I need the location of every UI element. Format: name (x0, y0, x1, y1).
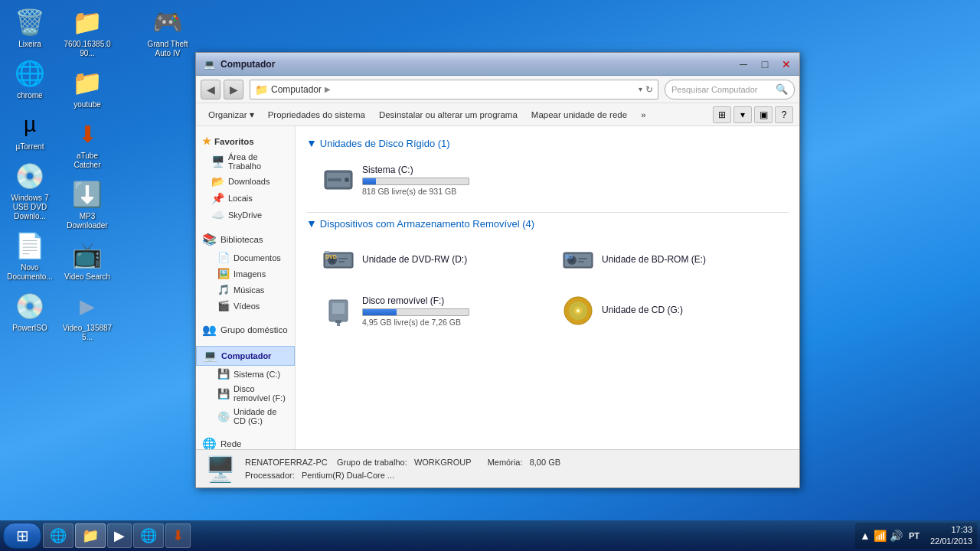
desktop-icon-mp3[interactable]: ⬇️ MP3 Downloader (61, 176, 113, 233)
menu-propriedades[interactable]: Propriedades do sistema (262, 108, 371, 122)
taskbar: ⊞ 🌐 📁 ▶ 🌐 ⬇ ▲ 📶 🔊 PT 17:33 22/01/2013 (0, 520, 980, 551)
view-details-button[interactable]: ▾ (733, 106, 752, 123)
rede-header[interactable]: 🌐 Rede (196, 434, 295, 449)
sidebar-item-area-trabalho[interactable]: 🖥️ Área de Trabalho (196, 150, 295, 173)
desktop-icon-youtube[interactable]: 📁 youtube (61, 64, 113, 112)
clock-date: 22/01/2013 (930, 536, 972, 547)
sidebar-item-videos[interactable]: 🎬 Vídeos (196, 298, 295, 314)
desktop-icon-label: Grand Theft Auto IV (144, 40, 191, 58)
drive-space-sistema-c: 818 GB livre(s) de 931 GB (362, 187, 542, 196)
pc-name: RENATOFERRAZ-PC (245, 458, 328, 467)
hdd-section-title[interactable]: Unidades de Disco Rígido (1) (320, 138, 450, 149)
desktop-icon-chrome[interactable]: 🌐 chrome (4, 55, 56, 103)
section-divider (306, 212, 789, 213)
tray-arrow-icon[interactable]: ▲ (860, 530, 871, 542)
memory-label: Memória: (488, 458, 523, 467)
minimize-button[interactable]: ─ (733, 57, 753, 72)
drive-item-cd-g[interactable]: Unidade de CD (G:) (554, 288, 789, 334)
desktop-icon-video-file[interactable]: ▶ Video_1358875... (61, 288, 113, 344)
svg-rect-20 (332, 303, 345, 314)
desktop-icon-recycle-bin[interactable]: 🗑️ Lixeira (4, 4, 56, 51)
sidebar-item-documentos[interactable]: 📄 Documentos (196, 249, 295, 266)
menu-desinstalar[interactable]: Desinstalar ou alterar um programa (373, 108, 524, 122)
chrome-icon: 🌐 (14, 57, 46, 90)
chrome-taskbar-icon: 🌐 (140, 527, 157, 544)
desktop-icon-utorrent[interactable]: µ µTorrent (4, 106, 56, 154)
taskbar-atube-button[interactable]: ⬇ (165, 523, 191, 548)
preview-pane-button[interactable]: ▣ (754, 106, 773, 123)
drive-item-disco-f[interactable]: Disco removível (F:) 4,95 GB livre(s) de… (314, 288, 549, 334)
computador-label: Computador (221, 351, 271, 360)
menu-bar: Organizar ▾ Propriedades do sistema Desi… (196, 103, 799, 126)
skydrive-icon: ☁️ (211, 209, 224, 221)
help-button[interactable]: ? (775, 106, 793, 123)
view-toggle-button[interactable]: ⊞ (713, 106, 731, 123)
sidebar-item-label: Disco removível (F:) (234, 384, 289, 403)
taskbar-chrome-button[interactable]: 🌐 (133, 523, 164, 548)
content-pane: ▼ Unidades de Disco Rígido (1) (296, 126, 799, 449)
drive-progress-bg (362, 178, 469, 185)
sidebar-item-skydrive[interactable]: ☁️ SkyDrive (196, 207, 295, 223)
bibliotecas-section: 📚 Bibliotecas 📄 Documentos 🖼️ Imagens 🎵 … (196, 230, 295, 314)
desktop-icon-windows7dvd[interactable]: 💿 Windows 7 USB DVD Downlo... (4, 158, 56, 223)
menu-more[interactable]: » (635, 108, 652, 122)
desktop-icon-7600[interactable]: 📁 7600.16385.090... (61, 4, 113, 60)
back-button[interactable]: ◀ (201, 80, 220, 99)
address-bar[interactable]: 📁 Computador ▶ ▾ ↻ (250, 80, 658, 99)
sidebar-item-musicas[interactable]: 🎵 Músicas (196, 282, 295, 298)
drive-name-bd-e: Unidade de BD-ROM (E:) (602, 254, 782, 265)
start-button[interactable]: ⊞ (3, 523, 41, 549)
bibliotecas-header[interactable]: 📚 Bibliotecas (196, 230, 295, 249)
hdd-section-arrow[interactable]: ▼ (306, 137, 317, 149)
address-chevron: ▶ (325, 85, 331, 93)
grupo-domestico-header[interactable]: 👥 Grupo doméstico (196, 320, 295, 340)
desktop-col2: 📁 7600.16385.090... 📁 youtube ⬇ aTube Ca… (61, 4, 113, 344)
maximize-button[interactable]: □ (755, 57, 775, 72)
sidebar-item-downloads[interactable]: 📂 Downloads (196, 173, 295, 190)
sidebar-item-locais[interactable]: 📌 Locais (196, 190, 295, 207)
desktop-icon-video-search[interactable]: 📺 Video Search (61, 236, 113, 284)
title-buttons: ─ □ ✕ (733, 57, 796, 72)
removable-section-title[interactable]: Dispositivos com Armazenamento Removível… (320, 218, 534, 230)
desktop-icon-novo-doc[interactable]: 📄 Novo Documento... (4, 227, 56, 284)
close-button[interactable]: ✕ (776, 57, 796, 72)
address-dropdown-icon[interactable]: ▾ (639, 85, 642, 93)
folder-7600-icon: 📁 (71, 6, 103, 38)
taskbar-media-button[interactable]: ▶ (107, 523, 132, 548)
hdd-drives-grid: Sistema (C:) 818 GB livre(s) de 931 GB (306, 157, 789, 203)
gta-icon: 🎮 (152, 6, 184, 38)
sidebar-item-label: Imagens (234, 269, 266, 279)
search-bar[interactable]: Pesquisar Computador 🔍 (665, 80, 795, 99)
sidebar-item-imagens[interactable]: 🖼️ Imagens (196, 266, 295, 282)
desktop-icon-atube[interactable]: ⬇ aTube Catcher (61, 116, 113, 172)
drive-name-dvd-d: Unidade de DVD-RW (D:) (362, 254, 542, 265)
svg-text:DVD: DVD (325, 254, 337, 259)
window-title: Computador (220, 59, 275, 70)
video-search-icon: 📺 (71, 239, 103, 271)
refresh-icon[interactable]: ↻ (645, 84, 653, 95)
tray-volume-icon[interactable]: 🔊 (890, 530, 903, 542)
forward-button[interactable]: ▶ (224, 80, 243, 99)
desktop-icon-gta[interactable]: 🎮 Grand Theft Auto IV (142, 4, 194, 60)
taskbar-explorer-button[interactable]: 📁 (75, 523, 106, 548)
desktop-icon-poweriso[interactable]: 💿 PowerISO (4, 288, 56, 335)
desktop-icon-label: Video Search (64, 272, 110, 282)
menu-organizar[interactable]: Organizar ▾ (202, 107, 260, 122)
ie-icon: 🌐 (50, 527, 67, 544)
sidebar-item-disco-f[interactable]: 💾 Disco removível (F:) (196, 382, 295, 405)
search-icon[interactable]: 🔍 (776, 83, 788, 95)
desktop-icon-label: Video_1358875... (62, 324, 113, 342)
favoritos-header[interactable]: ★ Favoritos (196, 132, 295, 150)
taskbar-ie-button[interactable]: 🌐 (43, 523, 74, 548)
removable-section-arrow[interactable]: ▼ (306, 217, 317, 230)
drive-item-bd-e[interactable]: BD Unidade de BD-ROM (E:) (554, 237, 789, 283)
sidebar-item-sistema-c[interactable]: 💾 Sistema (C:) (196, 366, 295, 382)
svg-rect-17 (578, 261, 584, 262)
sidebar-item-cd-g[interactable]: 💿 Unidade de CD (G:) (196, 405, 295, 428)
drive-info-cd-g: Unidade de CD (G:) (602, 305, 782, 318)
sidebar-item-computador[interactable]: 💻 Computador (196, 346, 295, 366)
desktop-col1: 🗑️ Lixeira 🌐 chrome µ µTorrent 💿 Windows… (4, 4, 56, 335)
drive-item-sistema-c[interactable]: Sistema (C:) 818 GB livre(s) de 931 GB (314, 157, 549, 203)
menu-mapear[interactable]: Mapear unidade de rede (525, 108, 633, 122)
drive-item-dvd-d[interactable]: DVD Unidade de DVD-RW (D:) (314, 237, 549, 283)
